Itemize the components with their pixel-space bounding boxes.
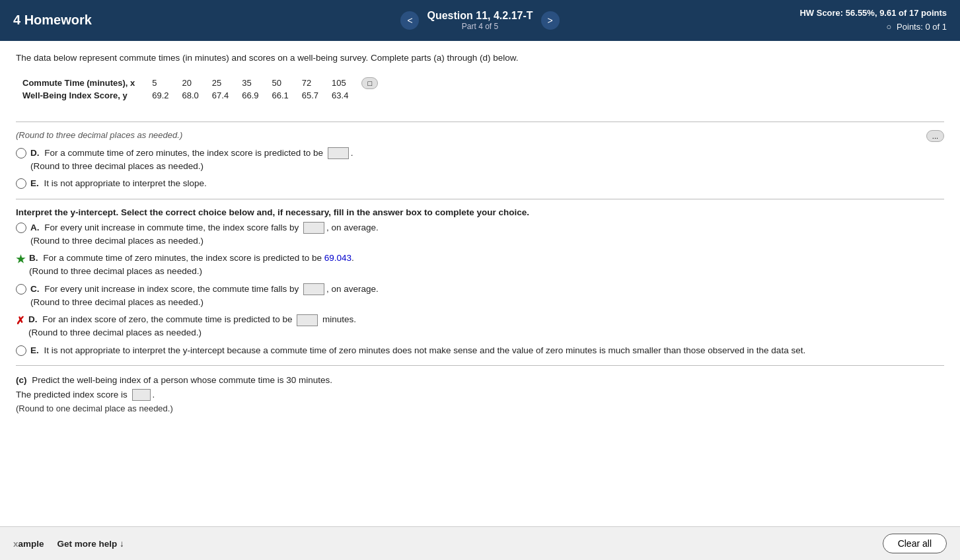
yi-b-value: 69.043: [324, 253, 351, 263]
example-link[interactable]: xample: [13, 539, 44, 549]
option-slope-d-note: (Round to three decimal places as needed…: [30, 161, 203, 171]
row1-v3: 25: [205, 77, 235, 90]
problem-statement: The data below represent commute times (…: [16, 52, 944, 65]
row2-v4: 66.9: [235, 90, 265, 101]
y-intercept-prompt: Interpret the y-intercept. Select the co…: [16, 207, 944, 217]
option-yi-e-text: It is not appropriate to interpret the y…: [44, 345, 806, 355]
option-slope-e-label: E.: [30, 178, 39, 188]
clear-all-button[interactable]: Clear all: [883, 534, 947, 553]
option-yi-c: C. For every unit increase in index scor…: [16, 283, 944, 310]
question-nav: < Question 11, 4.2.17-T Part 4 of 5 >: [324, 10, 636, 31]
option-yi-b-content: B. For a commute time of zero minutes, t…: [29, 252, 354, 279]
next-question-button[interactable]: >: [541, 11, 560, 30]
option-yi-b-label: B.: [29, 253, 38, 263]
option-slope-d-content: D. For a commute time of zero minutes, t…: [30, 147, 353, 174]
radio-slope-e[interactable]: [16, 178, 26, 189]
divider-top: [16, 122, 944, 122]
example-text: ample: [18, 539, 44, 549]
option-yi-e: E. It is not appropriate to interpret th…: [16, 344, 944, 357]
option-yi-d: ✗ D. For an index score of zero, the com…: [16, 313, 944, 340]
points-circle: ○: [887, 22, 892, 32]
truncated-text: (Round to three decimal places as needed…: [16, 130, 921, 140]
option-yi-a-text2: on average.: [331, 223, 378, 232]
score-info: HW Score: 56.55%, 9.61 of 17 points ○ Po…: [636, 7, 947, 34]
option-yi-e-content: E. It is not appropriate to interpret th…: [30, 344, 805, 357]
table-expand-icon[interactable]: □: [355, 77, 385, 90]
truncated-row: (Round to three decimal places as needed…: [16, 130, 944, 143]
hw-score-label: HW Score:: [799, 8, 843, 18]
option-slope-d: D. For a commute time of zero minutes, t…: [16, 147, 944, 174]
part-c-note: (Round to one decimal place as needed.): [16, 403, 944, 413]
option-slope-e-text: It is not appropriate to interpret the s…: [44, 178, 207, 188]
option-yi-a-label: A.: [30, 223, 40, 232]
option-yi-d-note: (Round to three decimal places as needed…: [28, 328, 202, 337]
yi-c-answer-box[interactable]: [303, 283, 324, 295]
radio-slope-d[interactable]: [16, 148, 26, 158]
option-yi-b-text1: For a commute time of zero minutes, the …: [43, 253, 322, 263]
option-yi-d-label: D.: [28, 314, 38, 324]
bottom-bar: xample Get more help ↓ Clear all: [0, 526, 960, 560]
yi-d-answer-box[interactable]: [297, 314, 318, 326]
radio-yi-e[interactable]: [16, 345, 26, 356]
row1-v5: 50: [265, 77, 295, 90]
row1-v7: 105: [325, 77, 355, 90]
row1-v1: 5: [145, 77, 175, 90]
option-yi-c-text2: on average.: [331, 284, 378, 294]
option-yi-d-text1: For an index score of zero, the commute …: [42, 314, 292, 324]
row2-v1: 69.2: [145, 90, 175, 101]
divider-mid: [16, 199, 944, 199]
hw-score-value: 56.55%, 9.61 of 17 points: [846, 8, 947, 18]
yi-a-answer-box[interactable]: [303, 222, 324, 234]
predicted-line: The predicted index score is .: [16, 389, 944, 401]
expand-table-button[interactable]: □: [361, 77, 378, 89]
main-content: The data below represent commute times (…: [0, 41, 960, 560]
divider-bottom: [16, 365, 944, 366]
option-yi-a-content: A. For every unit increase in commute ti…: [30, 221, 379, 248]
part-c-label: (c) Predict the well-being index of a pe…: [16, 375, 944, 385]
option-slope-e-content: E. It is not appropriate to interpret th…: [30, 177, 207, 190]
option-yi-a: A. For every unit increase in commute ti…: [16, 221, 944, 248]
row1-v4: 35: [235, 77, 265, 90]
slope-d-answer-box[interactable]: [328, 147, 349, 159]
option-yi-b: ★ B. For a commute time of zero minutes,…: [16, 252, 944, 279]
option-slope-d-label: D.: [30, 148, 40, 158]
header: 4 Homework < Question 11, 4.2.17-T Part …: [0, 0, 960, 41]
question-part: Part 4 of 5: [427, 22, 533, 31]
row1-label: Commute Time (minutes), x: [16, 77, 145, 90]
bottom-left: xample Get more help ↓: [13, 539, 124, 549]
option-yi-d-content: D. For an index score of zero, the commu…: [28, 313, 356, 340]
option-slope-e: E. It is not appropriate to interpret th…: [16, 177, 944, 190]
option-yi-c-label: C.: [30, 284, 40, 294]
part-c-section: (c) Predict the well-being index of a pe…: [16, 375, 944, 413]
radio-yi-c[interactable]: [16, 284, 26, 295]
row1-v2: 20: [176, 77, 205, 90]
hw-score: HW Score: 56.55%, 9.61 of 17 points: [636, 7, 947, 20]
data-table: Commute Time (minutes), x 5 20 25 35 50 …: [16, 77, 385, 101]
prev-question-button[interactable]: <: [400, 11, 419, 30]
option-slope-d-text: For a commute time of zero minutes, the …: [44, 148, 323, 158]
more-options-button[interactable]: ...: [926, 130, 944, 142]
star-marker-b: ★: [16, 253, 25, 265]
option-yi-d-text2: minutes.: [322, 314, 356, 324]
option-yi-a-note: (Round to three decimal places as needed…: [30, 236, 203, 246]
row2-v2: 68.0: [176, 90, 205, 101]
option-yi-c-note: (Round to three decimal places as needed…: [30, 297, 203, 307]
option-yi-b-note: (Round to three decimal places as needed…: [29, 266, 202, 276]
points-label: Points:: [897, 22, 923, 32]
radio-yi-a[interactable]: [16, 223, 26, 233]
predicted-answer-box[interactable]: [132, 389, 151, 401]
points-value: 0 of 1: [925, 22, 947, 32]
option-yi-c-text1: For every unit increase in index score, …: [44, 284, 299, 294]
points-line: ○ Points: 0 of 1: [636, 20, 947, 34]
row2-v5: 66.1: [265, 90, 295, 101]
row1-v6: 72: [295, 77, 325, 90]
row2-v7: 63.4: [325, 90, 355, 101]
row2-label: Well-Being Index Score, y: [16, 90, 145, 101]
app-title: 4 Homework: [13, 13, 324, 28]
question-title: Question 11, 4.2.17-T Part 4 of 5: [427, 10, 533, 31]
option-yi-a-text1: For every unit increase in commute time,…: [44, 223, 299, 232]
option-yi-c-content: C. For every unit increase in index scor…: [30, 283, 379, 310]
option-yi-e-label: E.: [30, 345, 39, 355]
help-link[interactable]: Get more help ↓: [57, 539, 124, 549]
part-c-text: Predict the well-being index of a person…: [32, 375, 332, 385]
